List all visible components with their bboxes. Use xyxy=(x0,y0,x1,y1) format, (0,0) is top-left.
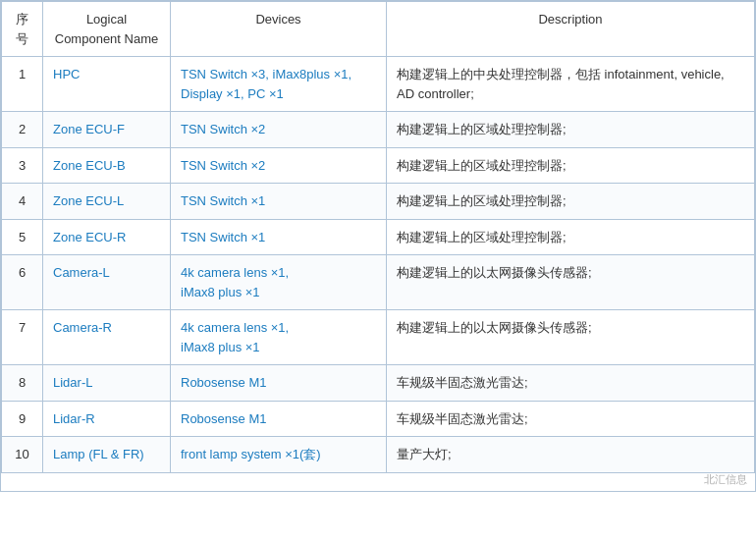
cell-description: 构建逻辑上的以太网摄像头传感器; xyxy=(387,255,755,310)
cell-name: Zone ECU-L xyxy=(43,184,171,220)
table-row: 8Lidar-LRobosense M1车规级半固态激光雷达; xyxy=(2,365,755,402)
cell-devices: TSN Switch ×2 xyxy=(171,147,387,184)
data-table: 序号 Logical Component Name Devices Descri… xyxy=(1,1,755,473)
table-row: 3Zone ECU-BTSN Switch ×2构建逻辑上的区域处理控制器; xyxy=(2,147,755,184)
cell-description: 构建逻辑上的区域处理控制器; xyxy=(387,112,755,148)
cell-name: Zone ECU-B xyxy=(43,147,171,184)
cell-seq: 4 xyxy=(2,184,43,220)
cell-name: Camera-L xyxy=(43,255,171,310)
cell-devices: 4k camera lens ×1,iMax8 plus ×1 xyxy=(171,310,387,365)
cell-name: Lidar-L xyxy=(43,365,171,402)
cell-name: Zone ECU-R xyxy=(43,219,171,255)
table-row: 6Camera-L4k camera lens ×1,iMax8 plus ×1… xyxy=(2,255,755,310)
cell-description: 量产大灯; xyxy=(387,437,755,473)
cell-devices: TSN Switch ×1 xyxy=(171,219,387,255)
cell-description: 车规级半固态激光雷达; xyxy=(387,365,755,402)
main-table-container: 序号 Logical Component Name Devices Descri… xyxy=(0,0,756,492)
table-row: 10Lamp (FL & FR)front lamp system ×1(套)量… xyxy=(2,437,755,473)
cell-devices: Robosense M1 xyxy=(171,401,387,437)
cell-description: 构建逻辑上的中央处理控制器，包括 infotainment, vehicle, … xyxy=(387,57,755,112)
cell-name: Lamp (FL & FR) xyxy=(43,437,171,473)
device-line: Display ×1, PC ×1 xyxy=(181,86,284,101)
cell-seq: 3 xyxy=(2,147,43,184)
header-description: Description xyxy=(387,2,755,57)
header-name: Logical Component Name xyxy=(43,2,171,57)
cell-devices: 4k camera lens ×1,iMax8 plus ×1 xyxy=(171,255,387,310)
cell-seq: 5 xyxy=(2,219,43,255)
cell-seq: 9 xyxy=(2,401,43,437)
watermark-container: 北汇信息 xyxy=(1,473,755,491)
table-row: 9Lidar-RRobosense M1车规级半固态激光雷达; xyxy=(2,401,755,437)
header-seq: 序号 xyxy=(2,2,43,57)
cell-name: Zone ECU-F xyxy=(43,112,171,148)
cell-devices: TSN Switch ×1 xyxy=(171,184,387,220)
table-row: 2Zone ECU-FTSN Switch ×2构建逻辑上的区域处理控制器; xyxy=(2,112,755,148)
device-line: TSN Switch ×3, iMax8plus ×1, xyxy=(181,67,351,81)
cell-seq: 7 xyxy=(2,310,43,365)
device-line: 4k camera lens ×1, xyxy=(181,265,289,280)
cell-seq: 1 xyxy=(2,57,43,112)
cell-devices: TSN Switch ×2 xyxy=(171,112,387,148)
header-devices: Devices xyxy=(171,2,387,57)
device-line: iMax8 plus ×1 xyxy=(181,285,260,299)
cell-name: Lidar-R xyxy=(43,401,171,437)
cell-name: HPC xyxy=(43,57,171,112)
device-line: 4k camera lens ×1, xyxy=(181,320,289,335)
table-row: 1HPCTSN Switch ×3, iMax8plus ×1,Display … xyxy=(2,57,755,112)
cell-description: 构建逻辑上的以太网摄像头传感器; xyxy=(387,310,755,365)
table-row: 4Zone ECU-LTSN Switch ×1构建逻辑上的区域处理控制器; xyxy=(2,184,755,220)
table-row: 7Camera-R4k camera lens ×1,iMax8 plus ×1… xyxy=(2,310,755,365)
cell-seq: 2 xyxy=(2,112,43,148)
cell-devices: TSN Switch ×3, iMax8plus ×1,Display ×1, … xyxy=(171,57,387,112)
cell-description: 车规级半固态激光雷达; xyxy=(387,401,755,437)
device-line: iMax8 plus ×1 xyxy=(181,340,260,354)
cell-seq: 6 xyxy=(2,255,43,310)
cell-description: 构建逻辑上的区域处理控制器; xyxy=(387,147,755,184)
cell-devices: Robosense M1 xyxy=(171,365,387,402)
table-header-row: 序号 Logical Component Name Devices Descri… xyxy=(2,2,755,57)
cell-seq: 8 xyxy=(2,365,43,402)
cell-name: Camera-R xyxy=(43,310,171,365)
watermark-text: 北汇信息 xyxy=(704,472,747,487)
cell-description: 构建逻辑上的区域处理控制器; xyxy=(387,184,755,220)
cell-seq: 10 xyxy=(2,437,43,473)
cell-description: 构建逻辑上的区域处理控制器; xyxy=(387,219,755,255)
table-row: 5Zone ECU-RTSN Switch ×1构建逻辑上的区域处理控制器; xyxy=(2,219,755,255)
cell-devices: front lamp system ×1(套) xyxy=(171,437,387,473)
